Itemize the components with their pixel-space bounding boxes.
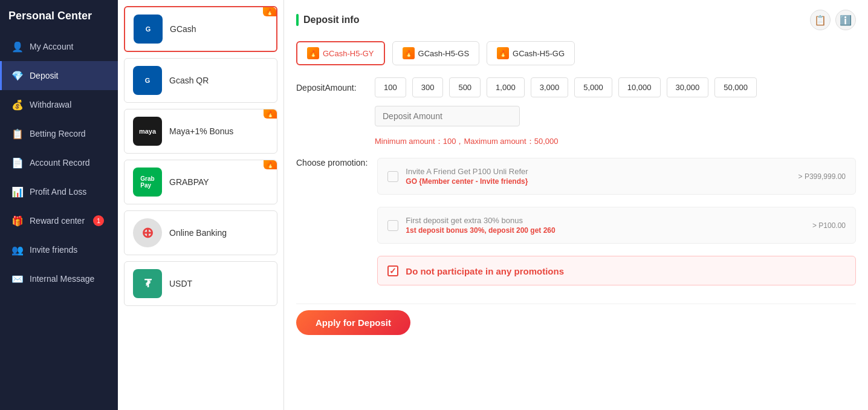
- reward-center-icon: 🎁: [11, 215, 24, 227]
- payment-method-gcash[interactable]: G GCash 🔥: [124, 6, 277, 52]
- promo-checkbox-first[interactable]: [387, 220, 398, 231]
- usdt-label: USDT: [169, 279, 192, 288]
- amount-btn-300[interactable]: 300: [412, 77, 444, 97]
- my-account-icon: 👤: [11, 41, 24, 53]
- gcash-qr-label: Gcash QR: [169, 76, 209, 85]
- profit-loss-icon: 📊: [11, 186, 24, 198]
- amount-btn-5000[interactable]: 5,000: [574, 77, 612, 97]
- sidebar-title: Personal Center: [0, 0, 118, 32]
- withdrawal-icon: 💰: [11, 99, 24, 111]
- deposit-title: Deposit info: [303, 15, 359, 25]
- betting-record-icon: 📋: [11, 128, 24, 140]
- hot-badge: 🔥: [263, 7, 276, 16]
- promo-content-none: Do not participate in any promotions: [406, 265, 846, 276]
- content-wrapper: G GCash 🔥 G Gcash QR maya Maya+1% Bonus …: [118, 0, 868, 410]
- gcash-label: GCash: [170, 24, 196, 34]
- maya-hot-badge: 🔥: [264, 109, 277, 119]
- payment-method-gcash-qr[interactable]: G Gcash QR: [124, 58, 277, 103]
- promo-invite-friend[interactable]: Invite A Friend Get P100 Unli Refer GO {…: [377, 158, 856, 195]
- tab-gcash-h5-gy[interactable]: 🔥 GCash-H5-GY: [296, 41, 385, 65]
- grabpay-label: GRABPAY: [169, 177, 209, 187]
- header-icons: 📋 ℹ️: [810, 10, 856, 30]
- sidebar-item-account-record[interactable]: 📄 Account Record: [0, 148, 118, 177]
- payment-method-grabpay[interactable]: GrabPay GRABPAY 🔥: [124, 160, 277, 204]
- sidebar-item-betting-record[interactable]: 📋 Betting Record: [0, 119, 118, 148]
- promo-title-first: First deposit get extra 30% bonus: [406, 216, 805, 225]
- promotions-section: Choose promotion: Invite A Friend Get P1…: [296, 158, 856, 291]
- apply-section: Apply for Deposit: [296, 304, 856, 335]
- sidebar-item-label: Betting Record: [30, 129, 86, 138]
- sidebar-item-label: Account Record: [30, 158, 90, 168]
- sidebar-item-withdrawal[interactable]: 💰 Withdrawal: [0, 90, 118, 119]
- amount-btn-1000[interactable]: 1,000: [487, 77, 525, 97]
- promo-title-none: Do not participate in any promotions: [406, 266, 846, 276]
- sidebar-item-label: Withdrawal: [30, 100, 71, 109]
- deposit-icon: 💎: [11, 70, 24, 82]
- promo-first-deposit[interactable]: First deposit get extra 30% bonus 1st de…: [377, 207, 856, 244]
- amount-btn-500[interactable]: 500: [449, 77, 481, 97]
- tab-flag-gs: 🔥: [403, 47, 415, 59]
- usdt-icon: ₮: [133, 269, 162, 298]
- sidebar-item-label: Profit And Loss: [30, 187, 86, 197]
- gcash-qr-icon: G: [133, 66, 162, 95]
- sidebar-item-internal-message[interactable]: ✉️ Internal Message: [0, 264, 118, 293]
- amount-btn-10000[interactable]: 10,000: [618, 77, 661, 97]
- invite-friends-icon: 👥: [11, 244, 24, 256]
- sidebar-item-reward-center[interactable]: 🎁 Reward center 1: [0, 206, 118, 235]
- grabpay-hot-badge: 🔥: [264, 160, 277, 169]
- choose-promotion-label: Choose promotion:: [296, 158, 368, 168]
- promo-content-invite: Invite A Friend Get P100 Unli Refer GO {…: [406, 167, 791, 186]
- gcash-icon: G: [134, 15, 163, 44]
- maya-label: Maya+1% Bonus: [169, 126, 233, 136]
- sidebar-item-my-account[interactable]: 👤 My Account: [0, 32, 118, 61]
- tab-label-gs: GCash-H5-GS: [418, 49, 470, 58]
- main-content: G GCash 🔥 G Gcash QR maya Maya+1% Bonus …: [118, 0, 868, 410]
- sidebar-item-profit-and-loss[interactable]: 📊 Profit And Loss: [0, 177, 118, 206]
- amount-hint: Minimum amount：100，Maximum amount：50,000: [375, 136, 856, 147]
- sidebar-item-deposit[interactable]: 💎 Deposit: [0, 61, 118, 90]
- sidebar-item-label: My Account: [30, 42, 73, 51]
- payment-method-maya[interactable]: maya Maya+1% Bonus 🔥: [124, 109, 277, 154]
- deposit-amount-input[interactable]: [375, 106, 520, 126]
- account-record-icon: 📄: [11, 157, 24, 169]
- amount-btn-30000[interactable]: 30,000: [667, 77, 709, 97]
- promo-subtitle-first: 1st deposit bonus 30%, deposit 200 get 2…: [406, 226, 805, 235]
- sidebar-item-label: Reward center: [30, 216, 85, 226]
- notifications-icon-btn[interactable]: 📋: [810, 10, 831, 30]
- promo-amount-invite: > P399,999.00: [798, 172, 846, 181]
- internal-message-icon: ✉️: [11, 273, 24, 285]
- promo-checkbox-invite[interactable]: [387, 171, 398, 182]
- apply-deposit-button[interactable]: Apply for Deposit: [296, 310, 410, 335]
- reward-badge: 1: [93, 215, 104, 226]
- amount-label: DepositAmount:: [296, 83, 369, 93]
- promo-checkbox-none[interactable]: ✓: [387, 265, 398, 276]
- payment-methods-panel: G GCash 🔥 G Gcash QR maya Maya+1% Bonus …: [118, 0, 284, 410]
- amount-btn-100[interactable]: 100: [375, 77, 406, 97]
- promo-subtitle-invite: GO {Member center - Invite friends}: [406, 177, 791, 186]
- tab-flag-gg: 🔥: [497, 47, 509, 59]
- info-icon-btn[interactable]: ℹ️: [835, 10, 856, 30]
- promo-title-invite: Invite A Friend Get P100 Unli Refer: [406, 167, 791, 176]
- promo-amount-first: > P100.00: [812, 221, 846, 230]
- sidebar-item-label: Invite friends: [30, 245, 77, 255]
- sidebar-item-invite-friends[interactable]: 👥 Invite friends: [0, 235, 118, 264]
- payment-method-usdt[interactable]: ₮ USDT: [124, 261, 277, 306]
- grabpay-icon: GrabPay: [133, 168, 162, 197]
- amount-section: DepositAmount: 100 300 500 1,000 3,000 5…: [296, 77, 856, 97]
- amount-btn-50000[interactable]: 50,000: [714, 77, 757, 97]
- payment-method-online-banking[interactable]: ⊕ Online Banking: [124, 210, 277, 255]
- online-banking-label: Online Banking: [169, 228, 227, 238]
- tab-label-gy: GCash-H5-GY: [323, 49, 374, 58]
- promo-content-first: First deposit get extra 30% bonus 1st de…: [406, 216, 805, 235]
- tab-flag-gy: 🔥: [307, 47, 319, 59]
- sidebar-item-label: Deposit: [30, 71, 58, 80]
- deposit-header: Deposit info 📋 ℹ️: [296, 10, 856, 30]
- tab-gcash-h5-gs[interactable]: 🔥 GCash-H5-GS: [392, 41, 480, 65]
- method-tabs: 🔥 GCash-H5-GY 🔥 GCash-H5-GS 🔥 GCash-H5-G…: [296, 41, 856, 65]
- tab-label-gg: GCash-H5-GG: [513, 49, 565, 58]
- tab-gcash-h5-gg[interactable]: 🔥 GCash-H5-GG: [487, 41, 575, 65]
- promo-no-promo[interactable]: ✓ Do not participate in any promotions: [377, 256, 856, 285]
- amount-btn-3000[interactable]: 3,000: [531, 77, 569, 97]
- green-bar: [296, 14, 299, 26]
- checkmark-icon: ✓: [389, 266, 397, 276]
